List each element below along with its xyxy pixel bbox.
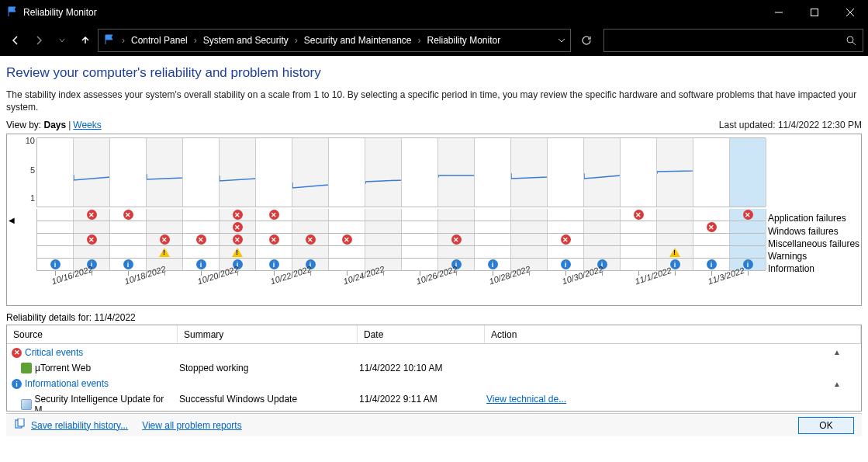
event-cell[interactable]: i (548, 259, 584, 270)
event-cell[interactable] (365, 209, 402, 221)
event-cell[interactable]: i (37, 259, 74, 270)
event-cell[interactable] (730, 246, 766, 258)
event-cell[interactable]: ✕ (292, 234, 329, 245)
event-cell[interactable] (402, 246, 438, 258)
event-cell[interactable] (657, 209, 693, 221)
event-cell[interactable] (402, 259, 438, 270)
group-row[interactable]: ✕Critical events▲ (7, 344, 861, 360)
chart-column[interactable] (183, 138, 220, 207)
save-history-link[interactable]: Save reliability history... (31, 420, 128, 431)
chevron-down-icon[interactable] (558, 36, 565, 44)
event-cell[interactable]: ✕ (438, 234, 475, 245)
event-cell[interactable] (693, 246, 730, 258)
table-row[interactable]: Security Intelligence Update for M...Suc… (7, 391, 861, 411)
event-cell[interactable] (475, 221, 511, 233)
event-cell[interactable] (220, 246, 256, 258)
chevron-right-icon[interactable]: › (293, 35, 299, 46)
chart-column[interactable] (220, 138, 256, 207)
event-cell[interactable] (256, 246, 292, 258)
chart-column[interactable] (693, 138, 730, 207)
event-cell[interactable] (511, 234, 548, 245)
event-cell[interactable] (730, 234, 766, 245)
back-button[interactable] (5, 30, 26, 51)
chevron-right-icon[interactable]: › (192, 35, 199, 46)
event-cell[interactable] (37, 221, 74, 233)
chart-column[interactable] (511, 138, 548, 207)
event-cell[interactable]: i (110, 259, 147, 270)
event-cell[interactable] (147, 209, 183, 221)
event-cell[interactable] (511, 209, 548, 221)
event-cell[interactable] (693, 234, 730, 245)
event-cell[interactable]: ✕ (110, 209, 147, 221)
chart-column[interactable] (37, 138, 74, 207)
event-cell[interactable] (365, 234, 402, 245)
event-cell[interactable] (74, 221, 110, 233)
event-cell[interactable]: ✕ (730, 209, 766, 221)
event-cell[interactable] (621, 246, 657, 258)
event-cell[interactable] (37, 234, 74, 245)
breadcrumb[interactable]: Security and Maintenance (301, 33, 415, 47)
chart-column[interactable] (438, 138, 475, 207)
event-cell[interactable]: ✕ (74, 209, 110, 221)
chart-column[interactable] (110, 138, 147, 207)
event-cell[interactable] (548, 246, 584, 258)
event-cell[interactable] (548, 221, 584, 233)
event-cell[interactable]: ✕ (548, 234, 584, 245)
viewby-days[interactable]: Days (43, 120, 66, 130)
chart-column[interactable] (74, 138, 110, 207)
event-cell[interactable] (37, 246, 74, 258)
event-cell[interactable] (147, 246, 183, 258)
viewby-weeks-link[interactable]: Weeks (73, 120, 101, 130)
event-cell[interactable]: i (475, 259, 511, 270)
event-cell[interactable] (110, 221, 147, 233)
breadcrumb[interactable]: System and Security (200, 33, 292, 47)
breadcrumb[interactable]: Control Panel (128, 33, 191, 47)
col-date[interactable]: Date (358, 325, 485, 343)
event-cell[interactable] (183, 246, 220, 258)
close-button[interactable] (832, 0, 868, 25)
event-cell[interactable] (438, 246, 475, 258)
refresh-button[interactable] (576, 30, 597, 51)
event-cell[interactable] (548, 209, 584, 221)
event-cell[interactable]: ✕ (220, 209, 256, 221)
event-cell[interactable] (621, 234, 657, 245)
event-cell[interactable] (256, 221, 292, 233)
chart-column[interactable] (730, 138, 766, 207)
col-source[interactable]: Source (7, 325, 178, 343)
event-cell[interactable] (584, 209, 621, 221)
event-cell[interactable] (693, 209, 730, 221)
chart-column[interactable] (657, 138, 693, 207)
event-cell[interactable] (329, 221, 365, 233)
event-cell[interactable] (37, 209, 74, 221)
chart-column[interactable] (292, 138, 329, 207)
chevron-right-icon[interactable]: › (120, 35, 126, 46)
event-cell[interactable] (402, 234, 438, 245)
event-cell[interactable]: ✕ (256, 234, 292, 245)
event-cell[interactable] (292, 221, 329, 233)
event-cell[interactable] (657, 246, 693, 258)
event-cell[interactable] (329, 246, 365, 258)
address-bar[interactable]: › Control Panel › System and Security › … (98, 29, 571, 52)
breadcrumb[interactable]: Reliability Monitor (424, 33, 504, 47)
event-cell[interactable] (475, 234, 511, 245)
maximize-button[interactable] (797, 0, 832, 25)
event-cell[interactable]: ✕ (220, 234, 256, 245)
chart-column[interactable] (402, 138, 438, 207)
event-cell[interactable]: ✕ (220, 221, 256, 233)
table-body[interactable]: ✕Critical events▲µTorrent WebStopped wor… (7, 344, 861, 411)
event-cell[interactable] (584, 221, 621, 233)
event-cell[interactable] (147, 221, 183, 233)
event-cell[interactable] (402, 209, 438, 221)
event-cell[interactable] (365, 221, 402, 233)
event-cell[interactable]: ✕ (183, 234, 220, 245)
chevron-right-icon[interactable]: › (417, 35, 423, 46)
chart-column[interactable] (621, 138, 657, 207)
chart-column[interactable] (147, 138, 183, 207)
event-cell[interactable] (329, 259, 365, 270)
event-cell[interactable]: i (693, 259, 730, 270)
event-cell[interactable] (110, 234, 147, 245)
ok-button[interactable]: OK (798, 417, 854, 434)
chart-column[interactable] (256, 138, 292, 207)
col-action[interactable]: Action (485, 325, 861, 343)
forward-button[interactable] (28, 30, 50, 51)
